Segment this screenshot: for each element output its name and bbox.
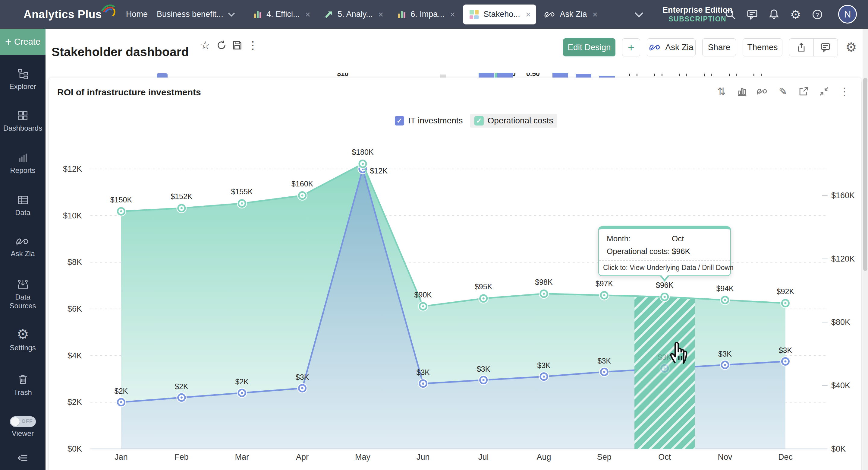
chart-title: ROI of infrastructure investments — [57, 87, 201, 97]
zia-icon — [649, 42, 661, 52]
cutoff-tick — [629, 74, 638, 76]
legend-checkbox[interactable]: ✓ — [395, 116, 404, 125]
zia-icon — [544, 10, 556, 19]
tooltip-month-label: Month: — [607, 234, 672, 243]
page-scrollbar[interactable] — [863, 29, 868, 470]
sidebar-item-explorer[interactable]: Explorer — [0, 68, 45, 91]
legend-label: Operational costs — [488, 116, 553, 125]
page-title: Stakeholder dashboard — [52, 45, 189, 59]
cursor-pointer-icon — [667, 339, 692, 366]
legend-item-operational-costs[interactable]: ✓ Operational costs — [470, 114, 558, 127]
nav-home[interactable]: Home — [126, 0, 148, 29]
chart-type-icon[interactable] — [736, 85, 748, 98]
ask-zia-button[interactable]: Ask Zia — [647, 38, 695, 56]
comments-button[interactable] — [814, 42, 838, 53]
collapse-widget-icon[interactable] — [818, 85, 830, 98]
sidebar-item-data-sources[interactable]: Data Sources — [0, 278, 45, 311]
save-icon[interactable] — [230, 36, 244, 54]
data-icon — [16, 194, 30, 206]
close-tab-icon[interactable]: × — [305, 10, 311, 19]
cutoff-tick — [704, 74, 712, 76]
create-button[interactable]: + Create — [0, 29, 45, 55]
themes-button[interactable]: Themes — [743, 38, 782, 56]
tooltip-series-label: Operational costs: — [607, 247, 672, 256]
nav-workspace-menu[interactable]: Business benefit... — [157, 0, 236, 29]
cutoff-widget-sparkline — [364, 73, 377, 78]
plus-icon: + — [5, 36, 11, 47]
sidebar-collapse-button[interactable] — [0, 451, 45, 465]
cutoff-tick — [729, 74, 737, 76]
sidebar-item-ask-zia[interactable]: Ask Zia — [0, 236, 45, 258]
scrollbar-thumb[interactable] — [863, 78, 867, 271]
sidebar-item-trash[interactable]: Trash — [0, 373, 45, 397]
user-avatar[interactable]: N — [838, 5, 857, 24]
logo-swoosh-icon — [100, 3, 116, 17]
subscription-label: SUBSCRIPTION — [669, 15, 726, 24]
close-tab-icon[interactable]: × — [450, 10, 456, 19]
tab-strip: 4. Effici...×5. Analy...×6. Impa...×Stak… — [247, 0, 603, 29]
title-more-menu-icon[interactable]: ⋮ — [246, 36, 259, 54]
sort-icon[interactable]: ⇅ — [715, 85, 727, 98]
sidebar-item-data[interactable]: Data — [0, 194, 45, 217]
tab-overflow-chevron-icon[interactable] — [632, 0, 646, 29]
tab-6-impa-[interactable]: 6. Impa...× — [391, 4, 461, 24]
sidebar-item-dashboards[interactable]: Dashboards — [0, 110, 45, 133]
chart-tooltip: Month: Oct Operational costs: $96K Click… — [598, 226, 731, 276]
tab-label: Ask Zia — [560, 10, 587, 19]
sidebar-item-reports[interactable]: Reports — [0, 152, 45, 175]
tooltip-series-value: $96K — [672, 247, 690, 256]
tab-ask-zia[interactable]: Ask Zia× — [538, 4, 603, 24]
tooltip-hint: Click to: View Underlying Data / Drill D… — [599, 260, 730, 275]
feedback-icon[interactable] — [746, 0, 759, 29]
open-in-new-icon[interactable] — [798, 85, 809, 98]
dashboard-settings-gear-icon[interactable]: ⚙ — [844, 38, 858, 56]
close-tab-icon[interactable]: × — [592, 10, 598, 19]
viewer-toggle-state: OFF — [22, 418, 33, 424]
viewer-toggle[interactable]: OFF — [10, 416, 36, 427]
edit-pencil-icon[interactable]: ✎ — [777, 85, 789, 98]
sidebar-item-viewer[interactable]: OFF Viewer — [0, 416, 45, 438]
close-tab-icon[interactable]: × — [526, 10, 531, 19]
tab-5-analy-[interactable]: 5. Analy...× — [318, 4, 389, 24]
share-button[interactable]: Share — [702, 38, 736, 56]
notifications-bell-icon[interactable] — [767, 0, 781, 29]
cutoff-bar — [495, 73, 497, 78]
refresh-icon[interactable] — [215, 36, 228, 54]
tooltip-month-value: Oct — [672, 234, 684, 243]
tab-stakeho-[interactable]: Stakeho...× — [463, 4, 536, 24]
cutoff-tick — [679, 74, 687, 76]
chart-legend: ✓ IT investments ✓ Operational costs — [391, 114, 557, 127]
dashboard-grid-icon — [468, 9, 480, 20]
datasources-icon — [16, 278, 30, 291]
tab-4-effici-[interactable]: 4. Effici...× — [247, 4, 316, 24]
cutoff-widgets-strip: $100.500.50 — [45, 64, 863, 78]
search-icon[interactable] — [724, 0, 737, 29]
explorer-icon — [16, 68, 30, 80]
dashboards-icon — [16, 110, 30, 122]
app-logo[interactable]: Analytics Plus — [24, 0, 116, 29]
legend-checkbox[interactable]: ✓ — [474, 116, 484, 125]
settings-gear-icon[interactable]: ⚙ — [789, 0, 802, 29]
cutoff-widget-block — [440, 75, 446, 78]
settings-icon: ⚙ — [17, 327, 29, 341]
widget-more-menu-icon[interactable]: ⋮ — [838, 85, 850, 98]
zia-insights-icon[interactable] — [756, 85, 769, 98]
sidebar-item-label: Settings — [10, 344, 36, 352]
legend-label: IT investments — [408, 116, 463, 125]
close-tab-icon[interactable]: × — [378, 10, 384, 19]
reports-icon — [16, 152, 30, 164]
sidebar-item-label: Dashboards — [3, 124, 42, 133]
cutoff-bar — [497, 73, 513, 78]
cutoff-widget-text: 0.50 — [526, 73, 547, 78]
tab-label: 5. Analy... — [338, 10, 373, 19]
edit-design-button[interactable]: Edit Design — [563, 38, 615, 56]
add-widget-button[interactable]: + — [622, 38, 640, 56]
export-button[interactable] — [789, 42, 813, 53]
sidebar-item-settings[interactable]: ⚙Settings — [0, 327, 45, 352]
cutoff-widget-text: $10 — [337, 73, 358, 78]
legend-item-it-investments[interactable]: ✓ IT investments — [391, 114, 467, 127]
favorite-star-icon[interactable]: ☆ — [198, 36, 212, 54]
sidebar-item-label: Viewer — [12, 429, 34, 438]
sidebar-item-label: Explorer — [9, 82, 36, 91]
help-icon[interactable]: ? — [811, 0, 824, 29]
